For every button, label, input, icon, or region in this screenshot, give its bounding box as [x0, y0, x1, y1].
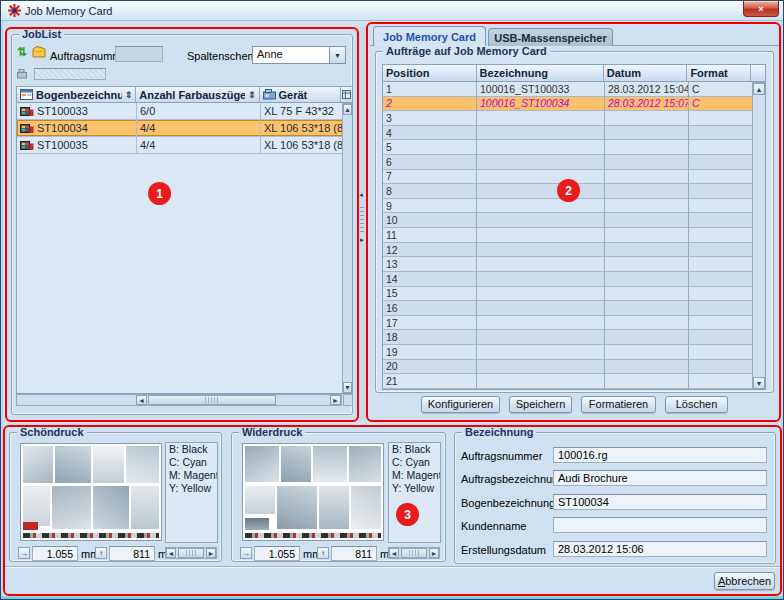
column-bezeichnung[interactable]: Bezeichnung	[477, 65, 604, 81]
card-table-row[interactable]: 11	[383, 228, 765, 243]
card-table-row[interactable]: 20	[383, 360, 765, 375]
filter-field[interactable]	[34, 68, 106, 80]
column-geraet[interactable]: Gerät	[260, 87, 342, 102]
card-table-row[interactable]: 12	[383, 243, 765, 258]
auftragsbezeichnung-value-field[interactable]: Audi Brochure	[553, 470, 767, 486]
position-cell: 5	[383, 140, 477, 155]
splitter-collapse-right-icon[interactable]: ►	[359, 237, 365, 243]
close-button[interactable]: ×	[743, 1, 779, 17]
panel-splitter[interactable]: ◄ ►	[358, 27, 366, 421]
konfigurieren-button[interactable]: Konfigurieren	[421, 396, 500, 413]
tab-usb-massenspeicher[interactable]: USB-Massenspeicher	[488, 28, 613, 46]
back-width-field[interactable]: 1.055	[254, 546, 300, 561]
color-item[interactable]: B: Black	[166, 443, 217, 456]
card-table-row[interactable]: 6	[383, 155, 765, 170]
scrollbar-thumb[interactable]	[401, 548, 427, 558]
scroll-right-button[interactable]: ►	[206, 548, 216, 558]
back-preview-scrollbar[interactable]: ◄ ►	[388, 547, 440, 559]
scroll-left-button[interactable]: ◄	[166, 548, 176, 558]
front-preview-scrollbar[interactable]: ◄ ►	[165, 547, 217, 559]
card-table-row[interactable]: 3	[383, 111, 765, 126]
width-dimension-button[interactable]: →	[240, 547, 252, 559]
card-table-row[interactable]: 19	[383, 345, 765, 360]
card-table-row[interactable]: 4	[383, 126, 765, 141]
color-item[interactable]: B: Black	[389, 443, 440, 456]
format-cell: C	[689, 82, 753, 97]
card-table-row[interactable]: 21	[383, 374, 765, 389]
card-table-row[interactable]: 15	[383, 287, 765, 302]
scrollbar-thumb[interactable]	[148, 395, 276, 405]
kundenname-value-field[interactable]	[553, 517, 767, 533]
column-config-button[interactable]	[341, 87, 352, 102]
open-job-icon[interactable]	[32, 45, 46, 58]
sort-icon[interactable]: ⇕	[125, 90, 133, 100]
splitter-grip[interactable]	[360, 207, 364, 233]
column-format[interactable]: Format	[687, 65, 751, 81]
scroll-left-button[interactable]: ◄	[389, 548, 399, 558]
card-table-row[interactable]: 14	[383, 272, 765, 287]
bogenbezeichnung-value-field[interactable]: ST100034	[553, 494, 767, 510]
scroll-right-button[interactable]: ►	[330, 395, 341, 405]
scroll-right-button[interactable]: ►	[429, 548, 439, 558]
card-table-row[interactable]: 18	[383, 330, 765, 345]
chevron-down-icon[interactable]: ▼	[329, 47, 345, 63]
joblist-horizontal-scrollbar[interactable]: ◄ ►	[16, 394, 342, 406]
front-height-field[interactable]: 811	[109, 546, 155, 561]
joblist-row[interactable]: ST1000336/0XL 75 F 43*32	[17, 103, 352, 120]
erstellungsdatum-value-field[interactable]: 28.03.2012 15:06	[553, 541, 767, 557]
loeschen-button[interactable]: Löschen	[665, 396, 728, 413]
auftragsnummer-value-field[interactable]: 100016.rg	[553, 447, 767, 463]
spaltenschema-select[interactable]: Anne ▼	[252, 46, 346, 64]
width-dimension-button[interactable]: →	[18, 547, 30, 559]
scroll-down-button[interactable]: ▼	[753, 377, 765, 389]
front-width-field[interactable]: 1.055	[32, 546, 78, 561]
column-datum[interactable]: Datum	[604, 65, 688, 81]
preview-tile	[351, 486, 381, 529]
scrollbar-thumb[interactable]	[178, 548, 204, 558]
back-height-field[interactable]: 811	[331, 546, 377, 561]
sort-jobs-icon[interactable]: ⇅	[17, 45, 27, 59]
card-table-row[interactable]: 1100016_ST10003328.03.2012 15:04C	[383, 82, 765, 97]
scroll-up-button[interactable]: ▲	[753, 83, 765, 95]
card-table-row[interactable]: 17	[383, 316, 765, 331]
color-item[interactable]: M: Magenta	[166, 469, 217, 482]
filter-icon[interactable]	[17, 68, 30, 79]
tab-job-memory-card[interactable]: Job Memory Card	[373, 26, 486, 46]
front-colors-list[interactable]: B: BlackC: CyanM: MagentaY: Yellow	[165, 442, 218, 543]
card-table-row[interactable]: 13	[383, 257, 765, 272]
splitter-collapse-left-icon[interactable]: ◄	[358, 192, 364, 198]
color-item[interactable]: M: Magenta	[389, 469, 440, 482]
card-vertical-scrollbar[interactable]: ▲ ▼	[752, 82, 766, 390]
column-anzahl-farbauszuege[interactable]: Anzahl Farbauszüge ⇕	[136, 87, 259, 102]
cancel-button[interactable]: Abbrechen	[714, 572, 775, 590]
card-table-row[interactable]: 5	[383, 140, 765, 155]
back-sheet-preview[interactable]	[242, 443, 384, 541]
front-sheet-preview[interactable]	[20, 443, 162, 541]
scroll-left-button[interactable]: ◄	[136, 395, 147, 405]
auftragsnummer-input[interactable]	[115, 46, 163, 62]
card-table[interactable]: 1100016_ST10003328.03.2012 15:04C2100016…	[382, 82, 766, 390]
joblist-row[interactable]: ST1000344/4XL 106 53*18 (811)	[17, 120, 352, 137]
card-table-row[interactable]: 9	[383, 199, 765, 214]
height-dimension-button[interactable]: ↑	[317, 547, 329, 559]
card-table-row[interactable]: 16	[383, 301, 765, 316]
card-table-row[interactable]: 2100016_ST10003428.03.2012 15:07C	[383, 97, 765, 112]
joblist-vertical-scrollbar[interactable]: ▲ ▼	[342, 103, 353, 394]
color-item[interactable]: C: Cyan	[389, 456, 440, 469]
card-table-row[interactable]: 10	[383, 213, 765, 228]
titlebar[interactable]: Job Memory Card ×	[1, 1, 783, 21]
scroll-up-button[interactable]: ▲	[343, 104, 352, 115]
back-colors-list[interactable]: B: BlackC: CyanM: MagentaY: Yellow	[388, 442, 441, 543]
joblist-row[interactable]: ST1000354/4XL 106 53*18 (811)	[17, 137, 352, 154]
color-item[interactable]: Y: Yellow	[166, 482, 217, 495]
height-dimension-button[interactable]: ↑	[95, 547, 107, 559]
speichern-button[interactable]: Speichern	[509, 396, 572, 413]
column-position[interactable]: Position	[383, 65, 477, 81]
scroll-down-button[interactable]: ▼	[343, 382, 352, 393]
column-bogenbezeichnung[interactable]: Bogenbezeichnung ⇕	[17, 87, 136, 102]
formatieren-button[interactable]: Formatieren	[581, 396, 656, 413]
joblist-table[interactable]: ST1000336/0XL 75 F 43*32ST1000344/4XL 10…	[16, 103, 353, 394]
color-item[interactable]: Y: Yellow	[389, 482, 440, 495]
color-item[interactable]: C: Cyan	[166, 456, 217, 469]
sort-icon[interactable]: ⇕	[248, 90, 256, 100]
